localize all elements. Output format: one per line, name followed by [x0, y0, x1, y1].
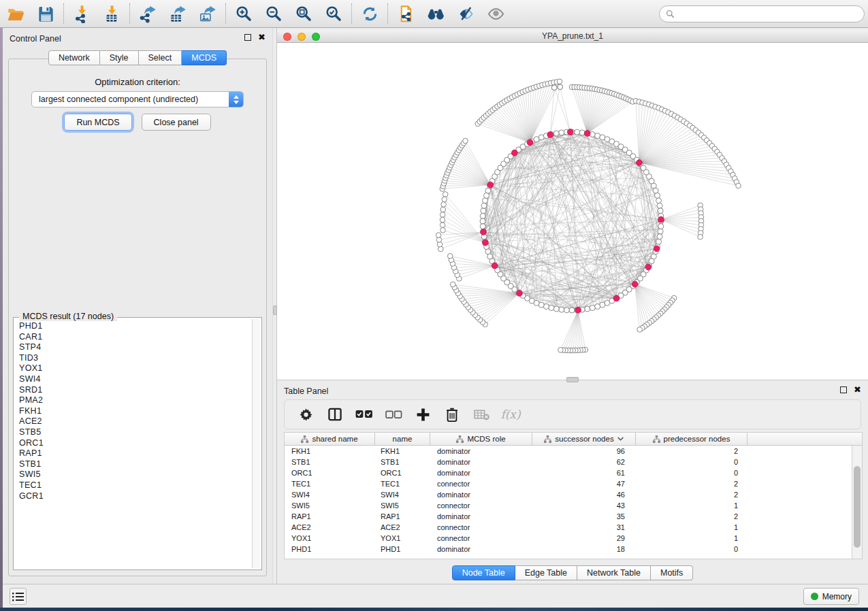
mcds-result-item[interactable]: SWI4	[15, 374, 251, 385]
cell-predecessor_nodes: 0	[636, 544, 748, 555]
tab-mcds[interactable]: MCDS	[182, 50, 227, 65]
network-window-titlebar: YPA_prune.txt_1	[277, 30, 868, 43]
settings-icon[interactable]	[297, 406, 315, 423]
mcds-result-item[interactable]: PHD1	[15, 321, 251, 332]
mcds-result-item[interactable]: ORC1	[15, 438, 251, 449]
zoom-selected-icon[interactable]	[323, 3, 344, 24]
column-header-successor-nodes[interactable]: successor nodes	[532, 433, 636, 445]
memory-label: Memory	[822, 592, 852, 601]
hide-graphics-icon[interactable]	[455, 3, 477, 24]
close-table-panel-icon[interactable]: ✖	[854, 386, 861, 393]
column-header-name[interactable]: name	[375, 433, 430, 445]
column-header-predecessor-nodes[interactable]: predecessor nodes	[636, 433, 748, 445]
table-scrollbar[interactable]	[852, 446, 862, 559]
delete-table-icon	[472, 406, 490, 423]
table-row[interactable]: ACE2ACE2connector311	[285, 522, 852, 533]
cell-predecessor_nodes: 2	[636, 446, 748, 457]
mcds-result-item[interactable]: STB5	[15, 427, 251, 438]
delete-row-icon[interactable]	[443, 406, 461, 423]
zoom-in-icon[interactable]	[233, 3, 255, 24]
import-network-icon[interactable]	[71, 3, 93, 24]
zoom-fit-icon[interactable]	[293, 3, 315, 24]
mcds-result-item[interactable]: CAR1	[15, 332, 251, 343]
mcds-result-item[interactable]: TID3	[15, 353, 251, 364]
mcds-result-item[interactable]: ACE2	[15, 416, 251, 427]
mcds-list-scrollbar[interactable]	[252, 319, 260, 568]
tab-node-table[interactable]: Node Table	[452, 565, 515, 580]
open-file-icon[interactable]	[5, 3, 27, 24]
window-close-icon[interactable]	[283, 33, 291, 41]
column-header-MCDS-role[interactable]: MCDS role	[430, 433, 532, 445]
table-row[interactable]: TEC1TEC1connector472	[285, 478, 852, 489]
table-row[interactable]: SWI4SWI4dominator462	[285, 489, 852, 500]
task-history-button[interactable]	[10, 588, 27, 605]
columns-icon[interactable]	[326, 406, 344, 423]
tab-select[interactable]: Select	[139, 50, 182, 65]
run-mcds-button[interactable]: Run MCDS	[64, 114, 131, 131]
mcds-result-item[interactable]: STB1	[15, 459, 251, 470]
table-row[interactable]: SWI5SWI5connector431	[285, 500, 852, 511]
table-row[interactable]: YOX1YOX1connector291	[285, 533, 852, 544]
save-session-icon[interactable]	[35, 3, 57, 24]
cell-name: ORC1	[375, 467, 430, 478]
tab-network-table[interactable]: Network Table	[577, 565, 651, 580]
horizontal-splitter-handle[interactable]	[566, 377, 579, 382]
vertical-splitter-handle[interactable]	[273, 306, 277, 315]
find-icon[interactable]	[425, 3, 447, 24]
network-graph[interactable]	[277, 43, 868, 380]
add-row-icon[interactable]	[414, 406, 432, 423]
vertical-splitter[interactable]	[272, 28, 277, 584]
search-box[interactable]	[659, 5, 865, 22]
cell-shared_name: PHD1	[285, 544, 375, 555]
mcds-result-item[interactable]: SRD1	[15, 385, 251, 396]
mcds-result-item[interactable]: SWI5	[15, 469, 251, 480]
memory-button[interactable]: Memory	[803, 588, 859, 605]
mcds-tab-content: Optimization criterion: largest connecte…	[8, 59, 267, 576]
table-row[interactable]: STB1STB1dominator620	[285, 457, 852, 467]
tab-edge-table[interactable]: Edge Table	[515, 565, 577, 580]
cell-shared_name: TEC1	[285, 478, 375, 489]
search-input[interactable]	[678, 10, 858, 19]
mcds-result-item[interactable]: FKH1	[15, 406, 251, 417]
float-panel-icon[interactable]	[244, 34, 251, 41]
mcds-result-item[interactable]: TEC1	[15, 480, 251, 491]
tab-network[interactable]: Network	[48, 50, 100, 65]
close-panel-button[interactable]: Close panel	[142, 114, 211, 131]
column-header-shared-name[interactable]: shared name	[285, 433, 375, 445]
cell-predecessor_nodes: 2	[636, 489, 748, 500]
mcds-result-item[interactable]: STP4	[15, 342, 251, 353]
cell-mcds_role: connector	[430, 522, 532, 533]
table-row[interactable]: RAP1RAP1dominator352	[285, 511, 852, 522]
clone-network-icon[interactable]	[395, 3, 417, 24]
deselect-all-icon[interactable]	[385, 406, 402, 423]
mcds-result-item[interactable]: PMA2	[15, 395, 251, 406]
window-zoom-icon[interactable]	[312, 33, 320, 41]
toolbar-separator	[387, 3, 388, 24]
optimization-criterion-select[interactable]: largest connected component (undirected)	[31, 91, 244, 108]
table-body: FKH1FKH1dominator962STB1STB1dominator620…	[285, 446, 852, 559]
table-row[interactable]: PHD1PHD1dominator180	[285, 544, 852, 555]
cell-predecessor_nodes: 1	[636, 522, 748, 533]
window-minimize-icon[interactable]	[298, 33, 306, 41]
mcds-result-item[interactable]: YOX1	[15, 363, 251, 374]
close-panel-icon[interactable]: ✖	[258, 34, 266, 41]
table-scrollbar-thumb[interactable]	[854, 466, 861, 548]
zoom-out-icon[interactable]	[263, 3, 285, 24]
table-row[interactable]: FKH1FKH1dominator962	[285, 446, 852, 457]
network-canvas[interactable]	[277, 43, 868, 380]
table-row[interactable]: ORC1ORC1dominator610	[285, 467, 852, 478]
refresh-icon[interactable]	[359, 3, 381, 24]
export-table-icon[interactable]	[167, 3, 189, 24]
cell-predecessor_nodes: 1	[636, 500, 748, 511]
export-image-icon[interactable]	[197, 3, 219, 24]
tab-motifs[interactable]: Motifs	[651, 565, 693, 580]
export-network-icon[interactable]	[137, 3, 159, 24]
cell-mcds_role: dominator	[430, 511, 532, 522]
birds-eye-icon[interactable]	[485, 3, 507, 24]
mcds-result-item[interactable]: GCR1	[15, 491, 251, 502]
float-table-panel-icon[interactable]	[840, 386, 847, 393]
tab-style[interactable]: Style	[100, 50, 139, 65]
mcds-result-item[interactable]: RAP1	[15, 448, 251, 459]
select-all-icon[interactable]	[355, 406, 373, 423]
import-table-icon[interactable]	[101, 3, 123, 24]
